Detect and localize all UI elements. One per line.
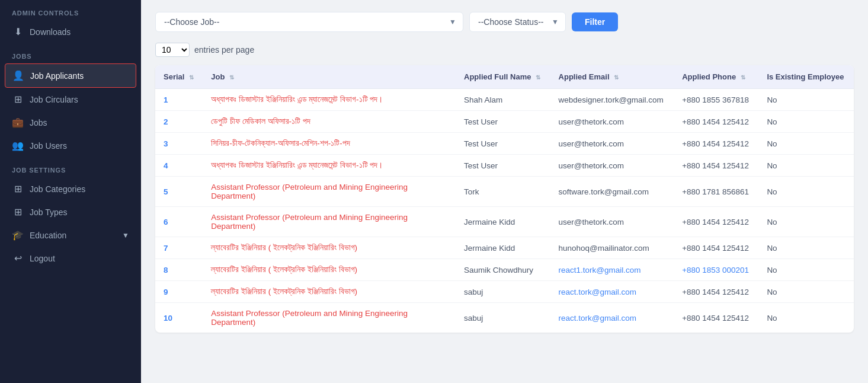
table-row: 7ল্যাবেরটির ইঞ্জিনিয়ার ( ইলেকট্রনিক ইঞ্… — [155, 237, 854, 259]
cell-email: user@thetork.com — [550, 155, 674, 177]
cell-serial: 3 — [155, 133, 203, 155]
cell-email: webdesigner.tork@gmail.com — [550, 89, 674, 111]
cell-job: ল্যাবেরটির ইঞ্জিনিয়ার ( ইলেকট্রনিক ইঞ্জ… — [203, 259, 456, 281]
cell-name: Tork — [456, 177, 550, 207]
cell-phone: +880 1454 125412 — [674, 281, 758, 303]
serial-sort-icon: ⇅ — [189, 74, 194, 81]
cell-email: user@thetork.com — [550, 111, 674, 133]
education-label: Education — [30, 231, 66, 240]
sidebar-item-job-applicants[interactable]: 👤 Job Applicants — [5, 63, 136, 88]
table-row: 4অধ্যাপকঃ ডিজাস্টার ইঞ্জিনিয়ারিং এন্ড ম… — [155, 155, 854, 177]
col-existing-employee: Is Existing Employee — [758, 65, 854, 89]
cell-name: Test User — [456, 133, 550, 155]
email-sort-icon: ⇅ — [614, 74, 619, 81]
table-row: 3সিনিয়র-চীফ-টেকনিক্যাল-অফিসার-মেশিন-শপ-… — [155, 133, 854, 155]
col-applied-phone: Applied Phone ⇅ — [674, 65, 758, 89]
table-header: Serial ⇅ Job ⇅ Applied Full Name ⇅ Appli… — [155, 65, 854, 89]
applicants-table: Serial ⇅ Job ⇅ Applied Full Name ⇅ Appli… — [155, 65, 854, 333]
filter-button[interactable]: Filter — [572, 12, 618, 31]
table-body: 1অধ্যাপকঃ ডিজাস্টার ইঞ্জিনিয়ারিং এন্ড ম… — [155, 89, 854, 333]
sidebar-item-jobs[interactable]: 💼 Jobs — [0, 111, 141, 134]
jobs-label: Jobs — [30, 118, 47, 127]
filter-bar: --Choose Job-- ▼ --Choose Status-- ▼ Fil… — [155, 12, 854, 32]
cell-email: user@thetork.com — [550, 207, 674, 237]
cell-serial: 6 — [155, 207, 203, 237]
downloads-label: Downloads — [30, 27, 71, 37]
cell-serial: 5 — [155, 177, 203, 207]
logout-label: Logout — [30, 254, 55, 263]
choose-status-select[interactable]: --Choose Status-- — [469, 12, 566, 32]
cell-job: ল্যাবেরটির ইঞ্জিনিয়ার ( ইলেকট্রনিক ইঞ্জ… — [203, 237, 456, 259]
admin-section-title: Admin Controls — [0, 0, 141, 20]
cell-name: sabuj — [456, 281, 550, 303]
sidebar-item-job-users[interactable]: 👥 Job Users — [0, 134, 141, 157]
cell-existing-employee: No — [758, 237, 854, 259]
table-row: 2ডেপুটি চীফ মেডিকাল অফিসার-১টি পদTest Us… — [155, 111, 854, 133]
entries-per-page-label: entries per page — [194, 45, 254, 55]
cell-name: Saumik Chowdhury — [456, 259, 550, 281]
job-users-label: Job Users — [30, 141, 67, 151]
cell-serial: 9 — [155, 281, 203, 303]
entries-per-page-select[interactable]: 10 25 50 100 — [155, 43, 190, 57]
job-settings-section-title: Job Settings — [0, 157, 141, 177]
cell-name: Test User — [456, 155, 550, 177]
cell-name: Jermaine Kidd — [456, 207, 550, 237]
applicants-table-container: Serial ⇅ Job ⇅ Applied Full Name ⇅ Appli… — [155, 65, 854, 333]
cell-phone: +880 1454 125412 — [674, 303, 758, 333]
table-row: 1অধ্যাপকঃ ডিজাস্টার ইঞ্জিনিয়ারিং এন্ড ম… — [155, 89, 854, 111]
cell-email: user@thetork.com — [550, 133, 674, 155]
download-icon: ⬇ — [12, 26, 24, 37]
col-job: Job ⇅ — [203, 65, 456, 89]
table-row: 8ল্যাবেরটির ইঞ্জিনিয়ার ( ইলেকট্রনিক ইঞ্… — [155, 259, 854, 281]
col-applied-email: Applied Email ⇅ — [550, 65, 674, 89]
sidebar-item-education[interactable]: 🎓 Education ▼ — [0, 224, 141, 247]
cell-serial: 2 — [155, 111, 203, 133]
education-icon: 🎓 — [12, 229, 24, 241]
sidebar-item-job-types[interactable]: ⊞ Job Types — [0, 200, 141, 224]
cell-email: react1.tork@gmail.com — [550, 259, 674, 281]
sidebar-item-job-circulars[interactable]: ⊞ Job Circulars — [0, 88, 141, 111]
cell-phone: +880 1781 856861 — [674, 177, 758, 207]
sidebar-item-job-categories[interactable]: ⊞ Job Categories — [0, 177, 141, 200]
cell-serial: 8 — [155, 259, 203, 281]
job-sort-icon: ⇅ — [229, 74, 234, 81]
sidebar-item-downloads[interactable]: ⬇ Downloads — [0, 20, 141, 43]
status-select-wrapper: --Choose Status-- ▼ — [469, 12, 566, 32]
cell-job: ডেপুটি চীফ মেডিকাল অফিসার-১টি পদ — [203, 111, 456, 133]
cell-serial: 10 — [155, 303, 203, 333]
cell-name: sabuj — [456, 303, 550, 333]
cell-serial: 4 — [155, 155, 203, 177]
cell-phone: +880 1454 125412 — [674, 155, 758, 177]
cell-phone: +880 1454 125412 — [674, 133, 758, 155]
cell-existing-employee: No — [758, 89, 854, 111]
cell-phone: +880 1853 000201 — [674, 259, 758, 281]
cell-email: react.tork@gmail.com — [550, 303, 674, 333]
cell-existing-employee: No — [758, 281, 854, 303]
table-row: 6Assistant Professor (Petroleum and Mini… — [155, 207, 854, 237]
sidebar: Admin Controls ⬇ Downloads Jobs 👤 Job Ap… — [0, 0, 141, 383]
cell-job: অধ্যাপকঃ ডিজাস্টার ইঞ্জিনিয়ারিং এন্ড ম্… — [203, 89, 456, 111]
choose-job-select[interactable]: --Choose Job-- — [155, 12, 463, 32]
cell-job: Assistant Professor (Petroleum and Minin… — [203, 207, 456, 237]
jobs-section-title: Jobs — [0, 43, 141, 63]
cell-existing-employee: No — [758, 155, 854, 177]
job-applicants-label: Job Applicants — [30, 71, 84, 81]
cell-job: সিনিয়র-চীফ-টেকনিক্যাল-অফিসার-মেশিন-শপ-১… — [203, 133, 456, 155]
cell-existing-employee: No — [758, 303, 854, 333]
briefcase-icon: 💼 — [12, 117, 24, 128]
cell-existing-employee: No — [758, 133, 854, 155]
cell-job: অধ্যাপকঃ ডিজাস্টার ইঞ্জিনিয়ারিং এন্ড ম্… — [203, 155, 456, 177]
cell-phone: +880 1454 125412 — [674, 111, 758, 133]
entries-row: 10 25 50 100 entries per page — [155, 43, 854, 57]
grid-icon: ⊞ — [12, 94, 24, 105]
cell-serial: 1 — [155, 89, 203, 111]
main-content: --Choose Job-- ▼ --Choose Status-- ▼ Fil… — [141, 0, 868, 383]
job-circulars-label: Job Circulars — [30, 95, 78, 104]
table-row: 5Assistant Professor (Petroleum and Mini… — [155, 177, 854, 207]
job-types-label: Job Types — [30, 208, 68, 217]
cell-phone: +880 1454 125412 — [674, 207, 758, 237]
cell-existing-employee: No — [758, 111, 854, 133]
sidebar-item-logout[interactable]: ↩ Logout — [0, 247, 141, 270]
logout-icon: ↩ — [12, 253, 24, 264]
cell-serial: 7 — [155, 237, 203, 259]
